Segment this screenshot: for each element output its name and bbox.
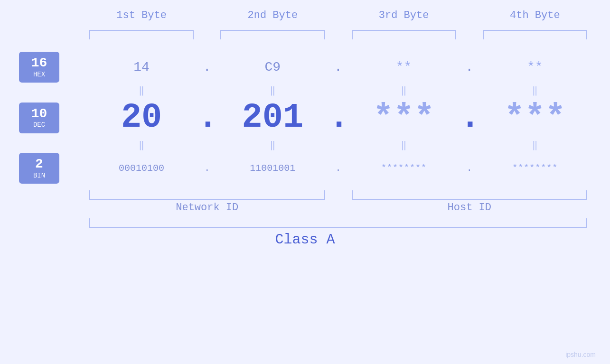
hex-row: 16 HEX 14 . C9 . ** . ** <box>19 52 591 83</box>
byte2-header: 2nd Byte <box>216 9 328 25</box>
dec-byte3: *** <box>348 98 460 137</box>
class-label-row: Class A <box>19 232 591 248</box>
dot3-hex: . <box>460 60 479 75</box>
bin-row: 2 BIN 00010100 . 11001001 . ******** . *… <box>19 153 591 184</box>
bin-byte4: ******** <box>479 163 591 174</box>
bracket-byte2 <box>220 30 325 39</box>
dot2-dec: . <box>329 98 348 137</box>
bin-badge: 2 BIN <box>19 153 59 184</box>
host-bracket <box>352 190 588 200</box>
network-id-label: Network ID <box>85 202 329 214</box>
dot3-bin: . <box>460 163 479 174</box>
dec-byte4: *** <box>479 98 591 137</box>
hex-byte2: C9 <box>216 60 328 75</box>
dot2-bin: . <box>329 163 348 174</box>
page-container: 1st Byte 2nd Byte 3rd Byte 4th Byte 16 H… <box>0 0 610 364</box>
dot3-dec: . <box>460 98 479 137</box>
hex-byte3: ** <box>348 60 460 75</box>
bin-byte2: 11001001 <box>216 163 328 174</box>
full-bracket-row <box>19 218 591 228</box>
bracket-byte3 <box>352 30 456 39</box>
dec-byte2: 201 <box>216 98 328 137</box>
byte1-header: 1st Byte <box>85 9 197 25</box>
bin-byte1: 00010100 <box>85 163 197 174</box>
dot1-dec: . <box>197 98 216 137</box>
dot1-bin: . <box>197 163 216 174</box>
bin-byte3: ******** <box>348 163 460 174</box>
network-bracket <box>89 190 325 200</box>
dot2-hex: . <box>329 60 348 75</box>
bracket-byte1 <box>89 30 194 39</box>
host-id-label: Host ID <box>348 202 591 214</box>
equals-row-1: ‖ ‖ ‖ ‖ <box>19 84 591 96</box>
byte4-header: 4th Byte <box>479 9 591 25</box>
class-label: Class A <box>275 232 335 248</box>
bracket-byte4 <box>483 30 587 39</box>
dot1-hex: . <box>197 60 216 75</box>
byte3-header: 3rd Byte <box>348 9 460 25</box>
hex-byte1: 14 <box>85 60 197 75</box>
top-brackets-row <box>19 30 591 39</box>
bottom-brackets-split <box>19 190 591 200</box>
byte-headers-row: 1st Byte 2nd Byte 3rd Byte 4th Byte <box>19 9 591 25</box>
hex-byte4: ** <box>479 60 591 75</box>
dec-row: 10 DEC 20 . 201 . *** . *** <box>19 98 591 137</box>
full-bottom-bracket <box>89 218 587 228</box>
hex-badge: 16 HEX <box>19 52 59 83</box>
dec-badge: 10 DEC <box>19 103 59 133</box>
dec-byte1: 20 <box>85 98 197 137</box>
equals-row-2: ‖ ‖ ‖ ‖ <box>19 139 591 151</box>
id-labels-row: Network ID Host ID <box>19 202 591 214</box>
watermark: ipshu.com <box>565 351 596 358</box>
